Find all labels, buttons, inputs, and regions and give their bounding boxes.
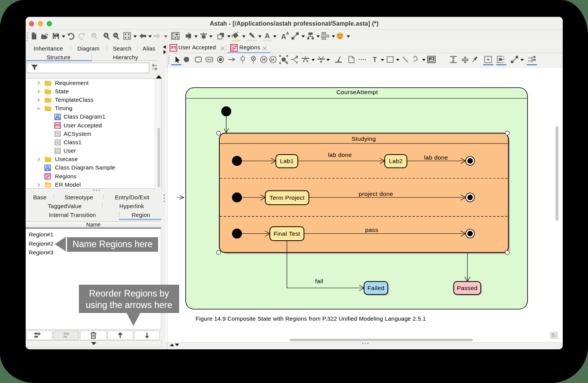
svg-text:Studying: Studying	[351, 135, 376, 142]
svg-text:A: A	[265, 32, 270, 40]
svg-text:H: H	[271, 57, 274, 62]
svg-text:Class Diagram Sample: Class Diagram Sample	[55, 164, 115, 171]
svg-text:Figure 14.9 Composite State wi: Figure 14.9 Composite State with Regions…	[196, 315, 426, 322]
svg-text:Final Test: Final Test	[273, 230, 300, 237]
svg-text:A: A	[281, 33, 286, 41]
svg-text:T: T	[373, 56, 377, 64]
svg-text:State: State	[55, 88, 69, 95]
svg-text:Term Project: Term Project	[270, 194, 305, 201]
svg-text:Class1: Class1	[64, 139, 82, 145]
svg-text:lab done: lab done	[328, 152, 352, 158]
svg-text:Passed: Passed	[457, 285, 477, 291]
svg-text:User: User	[64, 147, 76, 154]
svg-text:ER: ER	[46, 183, 51, 187]
svg-text:project done: project done	[359, 191, 393, 197]
svg-text:Lab2: Lab2	[389, 158, 403, 164]
svg-text:CourseAttempt: CourseAttempt	[336, 89, 378, 95]
svg-text:ER Model: ER Model	[55, 181, 81, 188]
svg-text:pass: pass	[365, 227, 378, 233]
svg-text:lab done: lab done	[424, 154, 448, 161]
svg-text:*: *	[274, 55, 276, 59]
svg-text:H: H	[262, 57, 266, 62]
svg-text:Requirement: Requirement	[55, 80, 89, 86]
svg-text:User Accepted: User Accepted	[64, 122, 102, 129]
svg-text:1: 1	[93, 34, 95, 37]
svg-text:Lab1: Lab1	[280, 158, 294, 164]
svg-text:TemplateClass: TemplateClass	[55, 96, 94, 103]
svg-text:Regions: Regions	[55, 173, 77, 179]
svg-text:Failed: Failed	[368, 285, 385, 291]
svg-text:ACSystem: ACSystem	[64, 130, 91, 137]
svg-text:Class Diagram1: Class Diagram1	[64, 113, 106, 120]
svg-text:Timing: Timing	[55, 105, 73, 111]
svg-text:Usecase: Usecase	[55, 156, 78, 162]
svg-text:A: A	[286, 31, 289, 36]
svg-text:fail: fail	[315, 278, 323, 284]
